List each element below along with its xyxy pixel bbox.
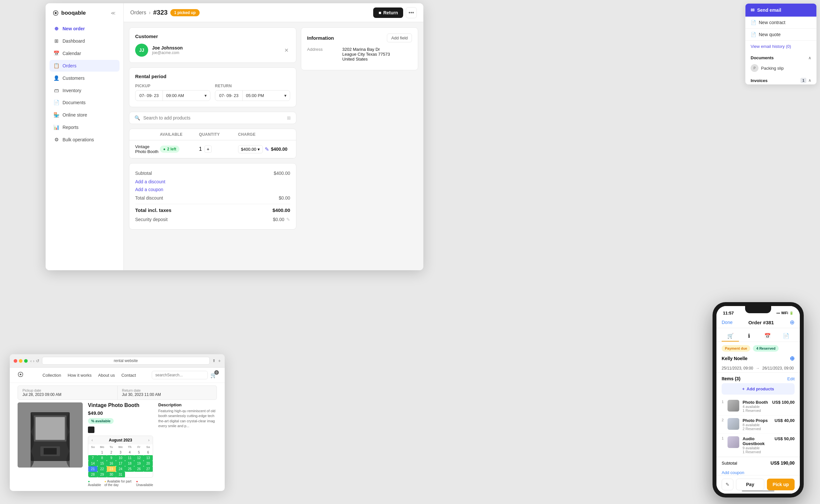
done-button[interactable]: Done — [722, 320, 732, 325]
product-description: Description Featuring high-qu reminiscen… — [158, 402, 217, 487]
main-app-window: booqable ≪ ⊕ New order ⊞ Dashboard 📅 Cal… — [46, 3, 423, 270]
return-date-select[interactable]: 07- 09- 23 05:00 PM ▾ — [215, 90, 290, 101]
store-icon: 🏪 — [53, 112, 59, 118]
tab-cart[interactable]: 🛒 — [722, 331, 739, 342]
nav-collection[interactable]: Collection — [43, 373, 61, 378]
search-icon: 🔍 — [134, 115, 140, 120]
top-bar: Orders › #323 1 picked up ■ Return ••• — [124, 3, 423, 22]
nav-how-it-works[interactable]: How it works — [68, 373, 92, 378]
customer-options-icon[interactable]: ⊕ — [790, 355, 795, 362]
top-actions: ■ Return ••• — [373, 7, 417, 18]
packing-slip-item[interactable]: P Packing slip — [745, 62, 816, 75]
subtotal-value: $400.00 — [274, 171, 290, 176]
product-1-price: US$ 100,00 — [772, 400, 795, 405]
rental-period-card: Rental period Pickup 07- 09- 23 09:00 AM… — [129, 67, 296, 107]
url-bar[interactable]: rental website — [42, 357, 210, 365]
phone-edit-button[interactable]: ✎ — [722, 479, 733, 490]
charge-edit-button[interactable]: ✎ — [265, 146, 269, 152]
product-2-price: US$ 40,00 — [775, 418, 795, 423]
remove-customer-button[interactable]: ✕ — [282, 46, 290, 54]
browser-nav: ‹ › ↺ — [30, 358, 39, 363]
filter-icon[interactable]: ⊞ — [287, 115, 291, 120]
calendar-prev[interactable]: ‹ — [92, 438, 93, 442]
pickup-date-select[interactable]: 07- 09- 23 09:00 AM ▾ — [135, 90, 210, 101]
security-edit-icon[interactable]: ✎ — [286, 217, 290, 222]
product-1-details: Photo Booth 4 available 1 Reserved — [742, 400, 769, 413]
grand-total-label: Total incl. taxes — [135, 207, 171, 213]
sidebar-item-orders[interactable]: 📋 Orders — [49, 60, 120, 72]
send-email-button[interactable]: ✉ Send email — [745, 4, 816, 17]
calendar-icon: 📅 — [53, 50, 59, 56]
nav-about[interactable]: About us — [98, 373, 115, 378]
view-email-history-link[interactable]: View email history (0) — [745, 41, 816, 52]
tab-info[interactable]: ℹ — [740, 331, 757, 342]
pickup-date-bar[interactable]: Pickup date Jul 28, 2023 09:00 AM — [18, 386, 117, 399]
back-button[interactable]: ‹ — [30, 358, 32, 363]
total-discount-row: Total discount $0.00 — [135, 193, 290, 203]
sidebar-item-bulk-operations[interactable]: ⚙ Bulk operations — [49, 134, 120, 146]
email-icon: ✉ — [751, 7, 755, 13]
maximize-dot[interactable] — [24, 359, 28, 363]
sidebar-item-documents[interactable]: 📄 Documents — [49, 97, 120, 108]
cart-icon[interactable]: 🛒 0 — [210, 372, 217, 378]
pickup-time: 09:00 AM ▾ — [163, 91, 210, 101]
sidebar-collapse-button[interactable]: ≪ — [109, 9, 117, 17]
sidebar-item-dashboard[interactable]: ⊞ Dashboard — [49, 35, 120, 47]
search-input[interactable] — [143, 115, 284, 120]
edit-items-link[interactable]: Edit — [787, 376, 795, 381]
pickup-section: Pickup 07- 09- 23 09:00 AM ▾ — [135, 84, 210, 101]
expand-icon[interactable]: ⊕ — [790, 319, 795, 326]
phone-status-icons: ▪▪▪ WiFi 🔋 — [776, 311, 793, 315]
add-products-button[interactable]: + Add products — [722, 383, 795, 395]
sidebar-item-reports[interactable]: 📊 Reports — [49, 121, 120, 133]
reload-button[interactable]: ↺ — [36, 358, 39, 363]
document-icon: 📄 — [751, 20, 756, 25]
charge-period-select[interactable]: $400.00 ▾ — [238, 145, 263, 153]
tab-calendar[interactable]: 📅 — [759, 331, 776, 342]
browser-add-tab-icon[interactable]: + — [218, 358, 221, 363]
sidebar-item-online-store[interactable]: 🏪 Online store — [49, 109, 120, 121]
browser-share-icon[interactable]: ⬆ — [212, 358, 216, 363]
more-options-button[interactable]: ••• — [406, 7, 417, 18]
calendar-next[interactable]: › — [148, 438, 149, 442]
tab-docs[interactable]: 📄 — [777, 331, 795, 342]
charge-control: $400.00 ▾ ✎ $400.00 — [238, 145, 290, 153]
return-button[interactable]: ■ Return — [373, 7, 403, 18]
battery-icon: 🔋 — [789, 311, 793, 315]
nav-contact[interactable]: Contact — [121, 373, 136, 378]
minimize-dot[interactable] — [19, 359, 22, 363]
sidebar-item-customers[interactable]: 👤 Customers — [49, 72, 120, 84]
return-icon: ■ — [378, 10, 381, 15]
return-date: 07- 09- 23 — [215, 91, 243, 101]
add-coupon-link[interactable]: Add a coupon — [135, 186, 290, 193]
customer-card: Customer JJ Joe Johnsson joe@acme.com ✕ — [129, 27, 296, 63]
new-quote-item[interactable]: 📄 New quote — [745, 29, 816, 41]
phone-subtotal: Subtotal US$ 190,00 — [716, 457, 800, 469]
phone-frame: 11:57 ▪▪▪ WiFi 🔋 Done Order #381 ⊕ 🛒 ℹ 📅… — [713, 302, 804, 497]
quantity-control: 1 + — [199, 146, 238, 153]
calendar-grid: Su Mo Tu We Th Fr Sa 1 2 3 4 5 6 — [88, 444, 153, 477]
col-available: Available — [160, 132, 199, 137]
sidebar-item-new-order[interactable]: ⊕ New order — [49, 23, 120, 35]
chevron-down-icon-3: ▾ — [258, 147, 260, 152]
store-nav-links: Collection How it works About us Contact — [43, 373, 136, 378]
pickup-button[interactable]: Pick up — [767, 479, 795, 490]
add-field-button[interactable]: Add field — [387, 34, 412, 42]
phone-time: 11:57 — [723, 311, 734, 315]
info-header: Information Add field — [307, 34, 412, 42]
add-discount-link[interactable]: Add a discount — [135, 178, 290, 186]
quantity-value: 1 — [199, 146, 202, 152]
sidebar-item-inventory[interactable]: 🗃 Inventory — [49, 85, 120, 96]
address-label: Address — [307, 47, 340, 62]
pay-button[interactable]: Pay — [736, 479, 764, 490]
quantity-increase-button[interactable]: + — [205, 146, 212, 153]
store-search-input[interactable] — [152, 371, 208, 379]
forward-button[interactable]: › — [33, 358, 34, 363]
address-value: 3202 Marina Bay Dr League City Texas 775… — [342, 47, 412, 62]
sidebar-item-calendar[interactable]: 📅 Calendar — [49, 48, 120, 59]
browser-dots — [14, 359, 28, 363]
new-contract-item[interactable]: 📄 New contract — [745, 17, 816, 29]
subtotal-label: Subtotal — [135, 171, 152, 176]
return-date-bar[interactable]: Return date Jul 30, 2023 11:00 AM — [118, 386, 217, 399]
close-dot[interactable] — [14, 359, 17, 363]
